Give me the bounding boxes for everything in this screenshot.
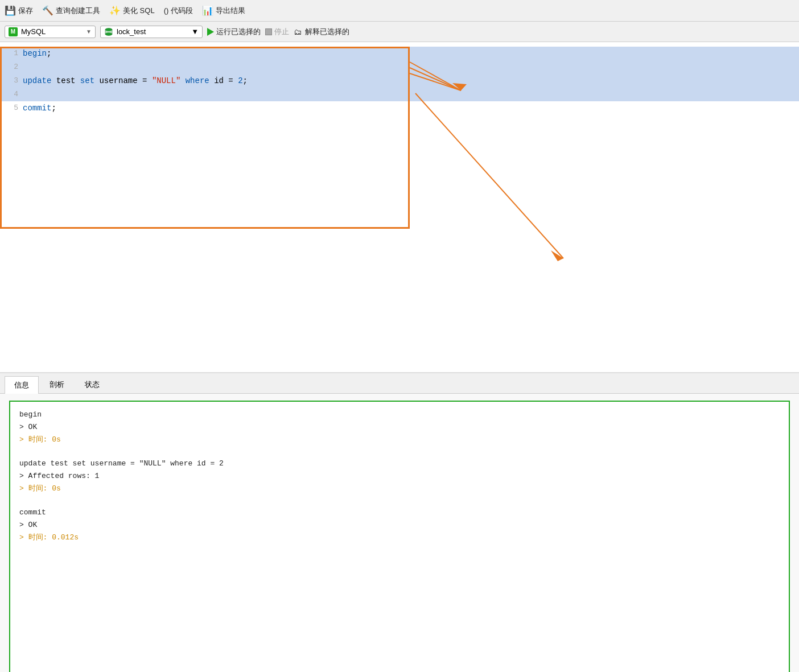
tab-status[interactable]: 状态 bbox=[75, 376, 109, 393]
hammer-icon: 🔨 bbox=[42, 5, 53, 16]
output-affected-update: > Affected rows: 1 bbox=[19, 470, 780, 483]
mysql-icon: M bbox=[9, 27, 18, 36]
beautify-button[interactable]: ✨ 美化 SQL bbox=[109, 5, 155, 16]
output-time-commit: > 时间: 0.012s bbox=[19, 531, 780, 544]
output-ok-begin: > OK bbox=[19, 421, 780, 434]
stop-icon bbox=[265, 28, 272, 35]
save-icon: 💾 bbox=[5, 5, 16, 16]
output-cmd-begin: begin bbox=[19, 409, 780, 421]
connection-bar: M MySQL ▼ lock_test ▼ 运行已选择的 停止 🗂 解释已选择的 bbox=[0, 22, 799, 42]
output-area: begin > OK > 时间: 0s update test set user… bbox=[9, 401, 790, 672]
code-editor[interactable]: 1 begin; 2 3 update test set username = … bbox=[0, 42, 799, 372]
db-dropdown-arrow: ▼ bbox=[86, 28, 92, 35]
schema-selector[interactable]: lock_test ▼ bbox=[100, 26, 203, 38]
output-block-commit: commit > OK > 时间: 0.012s bbox=[19, 506, 780, 544]
editor-line-4: 4 bbox=[0, 88, 799, 101]
code-snippet-button[interactable]: () 代码段 bbox=[164, 6, 193, 16]
editor-area: 1 begin; 2 3 update test set username = … bbox=[0, 42, 799, 372]
editor-line-2: 2 bbox=[0, 60, 799, 74]
editor-line-3: 3 update test set username = "NULL" wher… bbox=[0, 74, 799, 88]
toolbar: 💾 保存 🔨 查询创建工具 ✨ 美化 SQL () 代码段 📊 导出结果 bbox=[0, 0, 799, 22]
tab-profile[interactable]: 剖析 bbox=[40, 376, 74, 393]
editor-line-5: 5 commit; bbox=[0, 101, 799, 115]
output-time-update: > 时间: 0s bbox=[19, 483, 780, 495]
query-builder-button[interactable]: 🔨 查询创建工具 bbox=[42, 5, 100, 16]
tabs-bar: 信息 剖析 状态 bbox=[0, 373, 799, 394]
output-block-update: update test set username = "NULL" where … bbox=[19, 457, 780, 495]
db-type-selector[interactable]: M MySQL ▼ bbox=[5, 26, 96, 38]
save-button[interactable]: 💾 保存 bbox=[5, 5, 33, 16]
bottom-panel: 信息 剖析 状态 begin > OK > 时间: 0s update test… bbox=[0, 372, 799, 672]
output-time-begin: > 时间: 0s bbox=[19, 434, 780, 446]
play-icon bbox=[207, 28, 214, 36]
output-block-begin: begin > OK > 时间: 0s bbox=[19, 409, 780, 446]
wand-icon: ✨ bbox=[109, 5, 121, 16]
explain-icon: 🗂 bbox=[294, 27, 302, 36]
tab-info[interactable]: 信息 bbox=[5, 376, 39, 394]
export-button[interactable]: 📊 导出结果 bbox=[202, 5, 245, 16]
output-cmd-update: update test set username = "NULL" where … bbox=[19, 457, 780, 470]
stop-button[interactable]: 停止 bbox=[265, 27, 289, 37]
output-ok-commit: > OK bbox=[19, 519, 780, 531]
export-icon: 📊 bbox=[202, 5, 213, 16]
explain-button[interactable]: 🗂 解释已选择的 bbox=[294, 27, 349, 37]
schema-dropdown-arrow: ▼ bbox=[191, 27, 199, 36]
output-cmd-commit: commit bbox=[19, 506, 780, 519]
editor-line-1: 1 begin; bbox=[0, 47, 799, 60]
database-icon bbox=[104, 27, 113, 36]
run-button[interactable]: 运行已选择的 bbox=[207, 27, 261, 37]
